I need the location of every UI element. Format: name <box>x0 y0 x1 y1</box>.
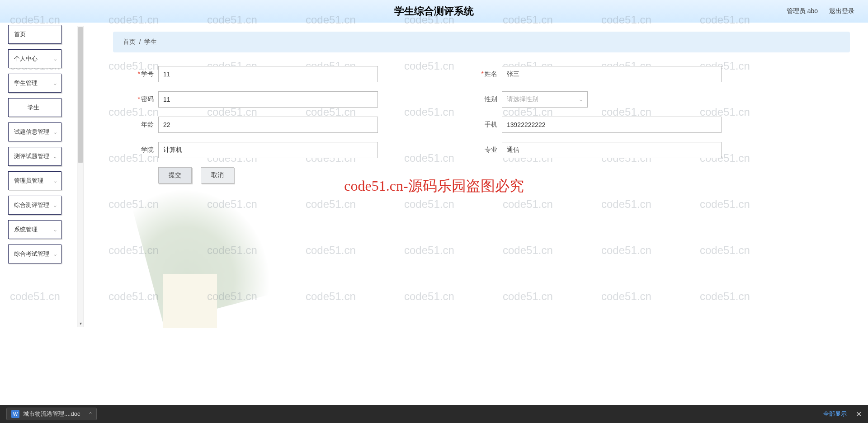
sidebar-label: 综合考试管理 <box>14 250 49 258</box>
student-id-input[interactable] <box>158 66 378 82</box>
phone-input[interactable] <box>502 117 722 133</box>
breadcrumb-home[interactable]: 首页 <box>123 38 136 45</box>
name-input[interactable] <box>502 66 722 82</box>
close-icon[interactable]: ✕ <box>856 410 862 418</box>
chevron-down-icon: ⌵ <box>54 179 57 183</box>
sidebar-item-home[interactable]: 首页 <box>8 25 61 44</box>
word-doc-icon: W <box>11 410 19 418</box>
sidebar-label: 管理员管理 <box>14 177 43 185</box>
chevron-down-icon: ⌵ <box>580 97 583 103</box>
sidebar-label: 首页 <box>14 30 26 38</box>
sidebar-label: 学生管理 <box>14 79 38 87</box>
chevron-down-icon: ⌵ <box>54 252 57 257</box>
logout-link[interactable]: 退出登录 <box>829 7 854 15</box>
password-label: *密码 <box>127 95 154 103</box>
sidebar-item-eval-question-mgmt[interactable]: 测评试题管理⌵ <box>8 147 61 166</box>
header: 学生综合测评系统 管理员 abo 退出登录 <box>0 0 868 23</box>
sidebar-item-admin-mgmt[interactable]: 管理员管理⌵ <box>8 171 61 190</box>
age-label: 年龄 <box>127 121 154 129</box>
sidebar: 首页 个人中心⌵ 学生管理⌵ 学生 试题信息管理⌵ 测评试题管理⌵ 管理员管理⌵… <box>8 25 61 269</box>
chevron-up-icon[interactable]: ^ <box>89 411 91 417</box>
sidebar-item-system-mgmt[interactable]: 系统管理⌵ <box>8 220 61 239</box>
password-input[interactable] <box>158 91 378 108</box>
sidebar-label: 测评试题管理 <box>14 152 49 160</box>
download-item[interactable]: W 城市物流港管理....doc ^ <box>6 408 97 420</box>
watermark: code51.cn <box>10 290 60 303</box>
sidebar-item-student[interactable]: 学生 <box>8 98 61 117</box>
gender-placeholder: 请选择性别 <box>507 95 538 103</box>
student-id-label: *学号 <box>127 70 154 78</box>
breadcrumb-current: 学生 <box>144 38 157 45</box>
student-form: *学号 *姓名 *密码 性别 <box>113 66 850 183</box>
download-filename: 城市物流港管理....doc <box>23 410 80 418</box>
gender-select[interactable]: 请选择性别 ⌵ <box>502 91 588 108</box>
phone-label: 手机 <box>470 121 497 129</box>
chevron-down-icon: ⌵ <box>54 227 57 232</box>
scrollbar-arrow-down-icon[interactable]: ▾ <box>77 320 84 327</box>
major-input[interactable] <box>502 142 722 158</box>
sidebar-label: 学生 <box>28 103 39 112</box>
sidebar-item-exam-mgmt[interactable]: 综合考试管理⌵ <box>8 244 61 263</box>
submit-button[interactable]: 提交 <box>158 167 192 183</box>
chevron-down-icon: ⌵ <box>54 203 57 208</box>
college-input[interactable] <box>158 142 378 158</box>
chevron-down-icon: ⌵ <box>54 56 57 61</box>
cancel-button[interactable]: 取消 <box>201 167 234 183</box>
sidebar-label: 系统管理 <box>14 226 38 234</box>
download-bar: W 城市物流港管理....doc ^ 全部显示 ✕ <box>0 405 868 423</box>
sidebar-label: 个人中心 <box>14 55 38 63</box>
chevron-down-icon: ⌵ <box>54 81 57 86</box>
age-input[interactable] <box>158 117 378 133</box>
gender-label: 性别 <box>470 95 497 103</box>
name-label: *姓名 <box>470 70 497 78</box>
breadcrumb: 首页 / 学生 <box>113 32 850 52</box>
sidebar-label: 试题信息管理 <box>14 128 49 136</box>
admin-label[interactable]: 管理员 abo <box>787 7 818 15</box>
main-panel: ▾ 首页 / 学生 *学号 *姓名 <box>77 26 859 327</box>
chevron-down-icon: ⌵ <box>54 154 57 159</box>
sidebar-item-question-mgmt[interactable]: 试题信息管理⌵ <box>8 122 61 141</box>
chevron-down-icon: ⌵ <box>54 130 57 135</box>
sidebar-label: 综合测评管理 <box>14 201 49 209</box>
app-title: 学生综合测评系统 <box>394 5 474 18</box>
sidebar-item-profile[interactable]: 个人中心⌵ <box>8 49 61 68</box>
college-label: 学院 <box>127 146 154 154</box>
major-label: 专业 <box>470 146 497 154</box>
sidebar-item-eval-mgmt[interactable]: 综合测评管理⌵ <box>8 196 61 215</box>
sidebar-item-student-mgmt[interactable]: 学生管理⌵ <box>8 74 61 93</box>
show-all-downloads[interactable]: 全部显示 <box>823 410 847 418</box>
